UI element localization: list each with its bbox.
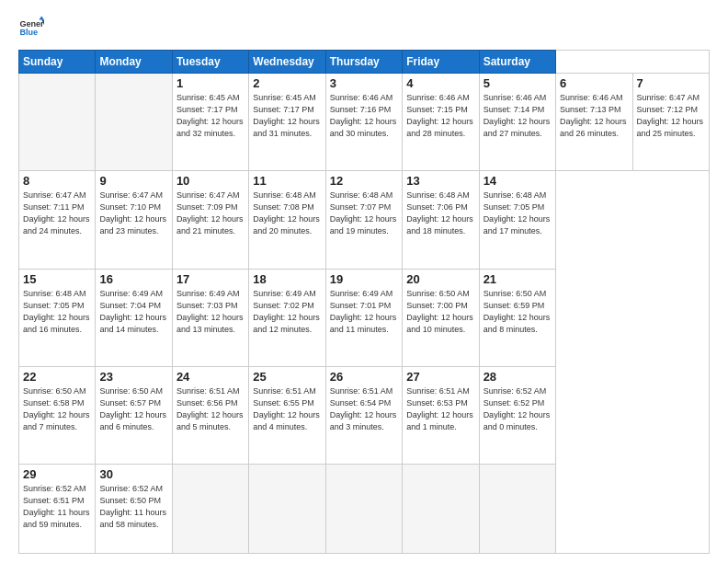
page: General Blue SundayMondayTuesdayWednesda… — [0, 0, 728, 563]
day-number: 5 — [483, 76, 552, 90]
day-info: Sunrise: 6:52 AMSunset: 6:50 PMDaylight:… — [99, 483, 167, 531]
day-number: 25 — [253, 370, 321, 384]
calendar-cell: 30Sunrise: 6:52 AMSunset: 6:50 PMDayligh… — [96, 465, 172, 554]
day-number: 22 — [23, 370, 91, 384]
calendar-cell: 10Sunrise: 6:47 AMSunset: 7:09 PMDayligh… — [172, 171, 248, 269]
day-info: Sunrise: 6:52 AMSunset: 6:51 PMDaylight:… — [23, 483, 91, 531]
day-info: Sunrise: 6:48 AMSunset: 7:05 PMDaylight:… — [483, 190, 552, 237]
calendar-cell: 9Sunrise: 6:47 AMSunset: 7:10 PMDaylight… — [96, 171, 172, 269]
calendar-cell: 7Sunrise: 6:47 AMSunset: 7:12 PMDaylight… — [632, 74, 710, 171]
calendar-cell: 22Sunrise: 6:50 AMSunset: 6:58 PMDayligh… — [19, 366, 96, 464]
day-info: Sunrise: 6:46 AMSunset: 7:14 PMDaylight:… — [483, 92, 552, 140]
calendar-cell: 16Sunrise: 6:49 AMSunset: 7:04 PMDayligh… — [96, 269, 172, 366]
day-info: Sunrise: 6:51 AMSunset: 6:56 PMDaylight:… — [176, 385, 245, 433]
calendar-cell: 8Sunrise: 6:47 AMSunset: 7:11 PMDaylight… — [19, 171, 96, 269]
calendar-cell: 20Sunrise: 6:50 AMSunset: 7:00 PMDayligh… — [403, 269, 479, 366]
day-number: 20 — [406, 272, 474, 286]
day-number: 3 — [330, 76, 398, 90]
day-info: Sunrise: 6:47 AMSunset: 7:12 PMDaylight:… — [637, 92, 706, 140]
day-number: 30 — [99, 467, 167, 481]
day-info: Sunrise: 6:46 AMSunset: 7:13 PMDaylight:… — [560, 92, 628, 140]
calendar-cell: 3Sunrise: 6:46 AMSunset: 7:16 PMDaylight… — [325, 74, 402, 171]
calendar-cell: 19Sunrise: 6:49 AMSunset: 7:01 PMDayligh… — [325, 269, 402, 366]
day-info: Sunrise: 6:50 AMSunset: 7:00 PMDaylight:… — [406, 288, 474, 336]
calendar-cell: 12Sunrise: 6:48 AMSunset: 7:07 PMDayligh… — [325, 171, 402, 269]
day-info: Sunrise: 6:51 AMSunset: 6:53 PMDaylight:… — [406, 385, 474, 433]
calendar-cell: 15Sunrise: 6:48 AMSunset: 7:05 PMDayligh… — [19, 269, 96, 366]
week-row: 22Sunrise: 6:50 AMSunset: 6:58 PMDayligh… — [19, 366, 710, 464]
calendar-cell — [403, 465, 479, 554]
weekday-header: Thursday — [325, 51, 402, 74]
day-number: 19 — [330, 272, 398, 286]
day-number: 26 — [330, 370, 398, 384]
day-info: Sunrise: 6:48 AMSunset: 7:06 PMDaylight:… — [406, 190, 474, 237]
svg-text:General: General — [19, 19, 44, 29]
day-info: Sunrise: 6:51 AMSunset: 6:54 PMDaylight:… — [330, 385, 398, 433]
day-info: Sunrise: 6:46 AMSunset: 7:16 PMDaylight:… — [330, 92, 398, 140]
day-info: Sunrise: 6:47 AMSunset: 7:11 PMDaylight:… — [23, 190, 91, 237]
week-row: 29Sunrise: 6:52 AMSunset: 6:51 PMDayligh… — [19, 465, 710, 554]
day-info: Sunrise: 6:49 AMSunset: 7:03 PMDaylight:… — [176, 288, 245, 336]
day-number: 2 — [253, 76, 321, 90]
day-number: 7 — [637, 76, 706, 90]
calendar-cell: 24Sunrise: 6:51 AMSunset: 6:56 PMDayligh… — [172, 366, 248, 464]
day-info: Sunrise: 6:50 AMSunset: 6:59 PMDaylight:… — [483, 288, 552, 336]
day-info: Sunrise: 6:51 AMSunset: 6:55 PMDaylight:… — [253, 385, 321, 433]
calendar-cell: 6Sunrise: 6:46 AMSunset: 7:13 PMDaylight… — [556, 74, 632, 171]
day-number: 21 — [483, 272, 552, 286]
day-info: Sunrise: 6:45 AMSunset: 7:17 PMDaylight:… — [176, 92, 245, 140]
calendar-cell — [325, 465, 402, 554]
weekday-header: Wednesday — [249, 51, 325, 74]
day-number: 29 — [23, 467, 91, 481]
day-info: Sunrise: 6:52 AMSunset: 6:52 PMDaylight:… — [483, 385, 552, 433]
weekday-header: Tuesday — [172, 51, 248, 74]
day-info: Sunrise: 6:49 AMSunset: 7:01 PMDaylight:… — [330, 288, 398, 336]
calendar-cell — [249, 465, 325, 554]
day-number: 28 — [483, 370, 552, 384]
day-number: 18 — [253, 272, 321, 286]
day-number: 23 — [99, 370, 167, 384]
calendar-cell: 13Sunrise: 6:48 AMSunset: 7:06 PMDayligh… — [403, 171, 479, 269]
calendar-cell: 2Sunrise: 6:45 AMSunset: 7:17 PMDaylight… — [249, 74, 325, 171]
day-number: 10 — [176, 174, 245, 188]
calendar-cell: 26Sunrise: 6:51 AMSunset: 6:54 PMDayligh… — [325, 366, 402, 464]
week-row: 8Sunrise: 6:47 AMSunset: 7:11 PMDaylight… — [19, 171, 710, 269]
day-number: 13 — [406, 174, 474, 188]
day-number: 24 — [176, 370, 245, 384]
week-row: 15Sunrise: 6:48 AMSunset: 7:05 PMDayligh… — [19, 269, 710, 366]
day-number: 9 — [99, 174, 167, 188]
calendar-cell: 4Sunrise: 6:46 AMSunset: 7:15 PMDaylight… — [403, 74, 479, 171]
calendar-cell: 28Sunrise: 6:52 AMSunset: 6:52 PMDayligh… — [479, 366, 555, 464]
calendar-cell: 1Sunrise: 6:45 AMSunset: 7:17 PMDaylight… — [172, 74, 248, 171]
svg-text:Blue: Blue — [19, 28, 38, 37]
weekday-header: Saturday — [479, 51, 555, 74]
calendar-table: SundayMondayTuesdayWednesdayThursdayFrid… — [18, 50, 710, 554]
calendar-cell: 14Sunrise: 6:48 AMSunset: 7:05 PMDayligh… — [479, 171, 555, 269]
calendar-cell — [479, 465, 555, 554]
calendar-cell: 17Sunrise: 6:49 AMSunset: 7:03 PMDayligh… — [172, 269, 248, 366]
calendar-cell: 11Sunrise: 6:48 AMSunset: 7:08 PMDayligh… — [249, 171, 325, 269]
day-number: 15 — [23, 272, 91, 286]
weekday-header: Sunday — [19, 51, 96, 74]
day-info: Sunrise: 6:50 AMSunset: 6:57 PMDaylight:… — [99, 385, 167, 433]
day-number: 17 — [176, 272, 245, 286]
day-info: Sunrise: 6:45 AMSunset: 7:17 PMDaylight:… — [253, 92, 321, 140]
calendar-cell: 23Sunrise: 6:50 AMSunset: 6:57 PMDayligh… — [96, 366, 172, 464]
weekday-header-row: SundayMondayTuesdayWednesdayThursdayFrid… — [19, 51, 710, 74]
day-number: 6 — [560, 76, 628, 90]
svg-marker-2 — [39, 16, 44, 19]
calendar-cell: 25Sunrise: 6:51 AMSunset: 6:55 PMDayligh… — [249, 366, 325, 464]
calendar-cell: 27Sunrise: 6:51 AMSunset: 6:53 PMDayligh… — [403, 366, 479, 464]
week-row: 1Sunrise: 6:45 AMSunset: 7:17 PMDaylight… — [19, 74, 710, 171]
day-info: Sunrise: 6:49 AMSunset: 7:02 PMDaylight:… — [253, 288, 321, 336]
day-number: 12 — [330, 174, 398, 188]
day-number: 4 — [406, 76, 474, 90]
weekday-header: Friday — [403, 51, 479, 74]
calendar-cell: 5Sunrise: 6:46 AMSunset: 7:14 PMDaylight… — [479, 74, 555, 171]
day-info: Sunrise: 6:48 AMSunset: 7:05 PMDaylight:… — [23, 288, 91, 336]
day-number: 1 — [176, 76, 245, 90]
day-number: 8 — [23, 174, 91, 188]
day-number: 27 — [406, 370, 474, 384]
day-number: 16 — [99, 272, 167, 286]
logo: General Blue — [18, 15, 44, 40]
